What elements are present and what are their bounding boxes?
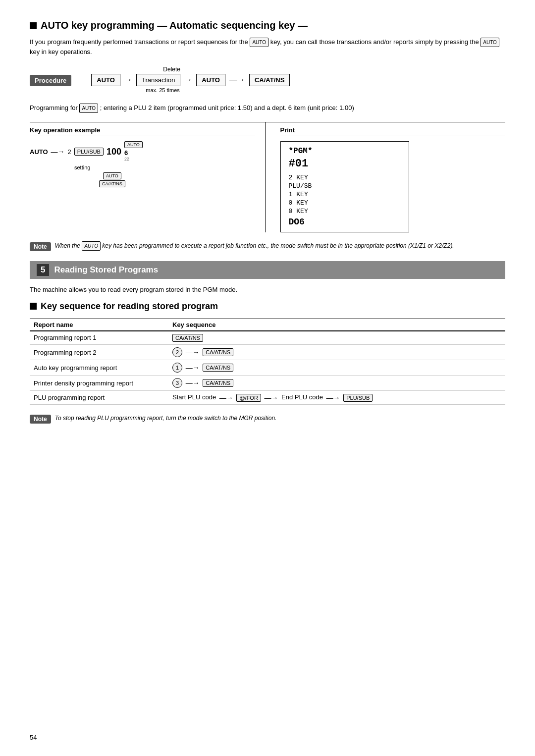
ca-at-ns-badge-4: CA/AT/NS bbox=[203, 379, 233, 387]
report-name-4: Printer density programming report bbox=[30, 376, 168, 391]
key-seq-1: CA/AT/NS bbox=[168, 331, 505, 345]
report-name-5: PLU programming report bbox=[30, 391, 168, 405]
auto-key-badge-3: AUTO bbox=[79, 104, 98, 113]
ca-at-ns-key-op: CA/AT/NS bbox=[99, 180, 125, 187]
example-description: Programming for AUTO ; entering a PLU 2 … bbox=[30, 103, 505, 113]
print-example: Print *PGM* #01 2 KEY PLU/SB 1 KEY 0 KEY… bbox=[266, 122, 506, 232]
procedure-label: Procedure bbox=[30, 75, 71, 86]
key-seq-3: 1 —→ CA/AT/NS bbox=[168, 360, 505, 376]
table-row: Auto key programming report 1 —→ CA/AT/N… bbox=[30, 360, 505, 376]
auto-note-key: AUTO bbox=[82, 241, 101, 251]
print-num: #01 bbox=[289, 158, 401, 170]
intro-paragraph: If you program frequently performed tran… bbox=[30, 37, 505, 57]
start-plu-label: Start PLU code bbox=[172, 393, 216, 401]
circle-2: 2 bbox=[172, 347, 182, 357]
print-line-5: 0 KEY bbox=[289, 208, 401, 215]
delete-label: Delete bbox=[163, 66, 290, 73]
arrow-seq-4: —→ bbox=[186, 379, 200, 387]
section-title: Reading Stored Programs bbox=[54, 265, 158, 275]
print-area: *PGM* #01 2 KEY PLU/SB 1 KEY 0 KEY 0 KEY bbox=[280, 141, 409, 232]
arrow-seq-2: —→ bbox=[186, 348, 200, 356]
arrow-1: → bbox=[124, 75, 132, 84]
auto-key-op-2: AUTO bbox=[103, 172, 121, 179]
sub-section-icon bbox=[30, 303, 37, 310]
auto-box-2: AUTO bbox=[196, 74, 225, 86]
report-name-1: Programming report 1 bbox=[30, 331, 168, 345]
table-row: PLU programming report Start PLU code —→… bbox=[30, 391, 505, 405]
arrow-plu-3: —→ bbox=[326, 394, 340, 402]
arrow-plu-2: —→ bbox=[264, 394, 278, 402]
note-text-2: To stop reading PLU programming report, … bbox=[55, 414, 277, 423]
auto-box-1: AUTO bbox=[91, 74, 120, 86]
procedure-flow: AUTO → Transaction → AUTO —→ CA/AT/NS bbox=[91, 74, 290, 86]
print-pgm: *PGM* bbox=[289, 147, 401, 156]
key-seq-4: 3 —→ CA/AT/NS bbox=[168, 376, 505, 391]
for-badge: @/FOR bbox=[236, 394, 261, 402]
print-header: Print bbox=[280, 126, 506, 136]
report-name-3: Auto key programming report bbox=[30, 360, 168, 376]
key-op-header: Key operation example bbox=[30, 126, 255, 136]
table-row: Programming report 1 CA/AT/NS bbox=[30, 331, 505, 345]
report-name-2: Programming report 2 bbox=[30, 345, 168, 360]
key-op-example: Key operation example AUTO —→ 2 PLU/SUB … bbox=[30, 122, 266, 232]
num22-sup: 22 bbox=[124, 157, 143, 162]
transaction-box: Transaction bbox=[136, 74, 180, 86]
arrow-plu-1: —→ bbox=[219, 394, 233, 402]
procedure-section: Procedure Delete AUTO → Transaction → AU… bbox=[30, 66, 505, 93]
auto-small-key: AUTO bbox=[124, 141, 143, 148]
print-line-1: 2 KEY bbox=[289, 174, 401, 181]
plu-sub-badge: PLU/SUB bbox=[343, 394, 373, 402]
section-icon bbox=[30, 22, 37, 29]
note-text-1: When the AUTO When the AUTO key has been… bbox=[55, 241, 454, 251]
sub-section-title: Key sequence for reading stored program bbox=[30, 301, 505, 312]
auto-key-badge-2: AUTO bbox=[481, 38, 499, 47]
note-label-1: Note bbox=[30, 242, 51, 251]
print-line-2: PLU/SB bbox=[289, 182, 401, 190]
num100-op: 100 bbox=[107, 147, 121, 157]
example-section: Key operation example AUTO —→ 2 PLU/SUB … bbox=[30, 122, 505, 232]
table-row: Programming report 2 2 —→ CA/AT/NS bbox=[30, 345, 505, 360]
end-plu-label: End PLU code bbox=[281, 393, 323, 401]
auto-key-section: AUTO key programming — Automatic sequenc… bbox=[30, 20, 505, 251]
plu-sub-key: PLU/SUB bbox=[74, 148, 104, 156]
section-number: 5 bbox=[37, 264, 49, 276]
setting-label: setting bbox=[74, 164, 90, 170]
transaction-group: Transaction bbox=[136, 74, 180, 86]
note-box-2: Note To stop reading PLU programming rep… bbox=[30, 414, 505, 424]
key-seq-2: 2 —→ CA/AT/NS bbox=[168, 345, 505, 360]
ca-at-ns-badge-3: CA/AT/NS bbox=[203, 364, 233, 372]
print-do6: DO6 bbox=[289, 217, 401, 227]
key-seq-5: Start PLU code —→ @/FOR —→ End PLU code … bbox=[168, 391, 505, 405]
auto-key-badge-1: AUTO bbox=[250, 38, 268, 47]
col-report-header: Report name bbox=[30, 319, 168, 331]
note-label-2: Note bbox=[30, 415, 51, 424]
arrow-op-1: —→ bbox=[51, 148, 65, 156]
max-times-label: max. 25 times bbox=[146, 87, 290, 93]
print-line-4: 0 KEY bbox=[289, 199, 401, 207]
table-row: Printer density programming report 3 —→ … bbox=[30, 376, 505, 391]
reading-section: 5 Reading Stored Programs The machine al… bbox=[30, 261, 505, 424]
print-line-3: 1 KEY bbox=[289, 191, 401, 198]
note-box-1: Note When the AUTO When the AUTO key has… bbox=[30, 241, 505, 251]
col-key-header: Key sequence bbox=[168, 319, 505, 331]
ca-at-ns-badge-1: CA/AT/NS bbox=[172, 334, 203, 342]
page-title: AUTO key programming — Automatic sequenc… bbox=[30, 20, 505, 31]
page-number: 54 bbox=[30, 734, 37, 741]
section-header-5: 5 Reading Stored Programs bbox=[30, 261, 505, 279]
ca-at-ns-box: CA/AT/NS bbox=[249, 74, 290, 86]
num6-op: 6 bbox=[124, 149, 143, 157]
circle-1: 1 bbox=[172, 363, 182, 373]
circle-3: 3 bbox=[172, 378, 182, 388]
arrow-2: → bbox=[184, 75, 192, 84]
section-intro: The machine allows you to read every pro… bbox=[30, 286, 505, 293]
arrow-seq-3: —→ bbox=[186, 364, 200, 372]
procedure-diagram: Delete AUTO → Transaction → AUTO —→ CA/A… bbox=[91, 66, 290, 93]
auto-label-op: AUTO bbox=[30, 148, 48, 156]
num2-op: 2 bbox=[68, 148, 71, 156]
ca-at-ns-badge-2: CA/AT/NS bbox=[203, 348, 233, 356]
key-sequence-table: Report name Key sequence Programming rep… bbox=[30, 319, 505, 405]
arrow-3: —→ bbox=[229, 75, 245, 84]
